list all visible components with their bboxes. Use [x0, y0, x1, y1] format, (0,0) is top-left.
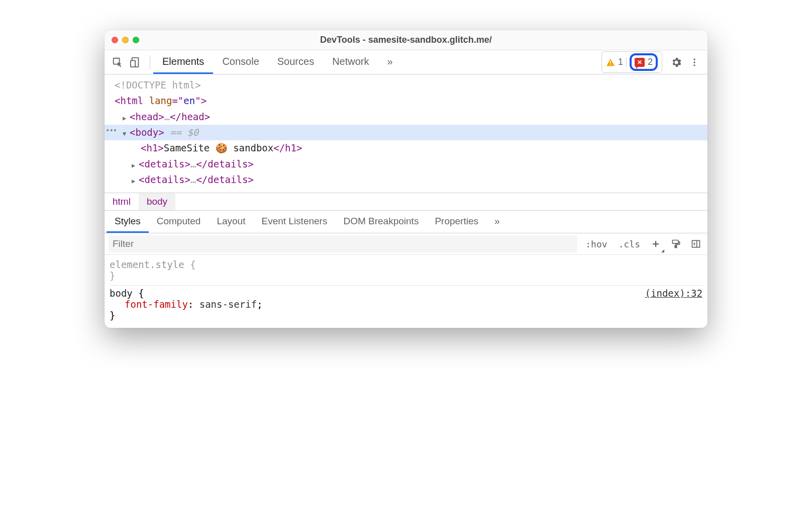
paint-icon[interactable] [668, 236, 683, 251]
tab-sources[interactable]: Sources [268, 50, 323, 74]
settings-icon[interactable] [667, 53, 685, 71]
main-toolbar: Elements Console Sources Network » 1 ✕ 2 [105, 50, 707, 74]
dom-line-details-2[interactable]: ▶<details>…</details> [105, 172, 707, 188]
dom-line-h1[interactable]: <h1>SameSite 🍪 sandbox</h1> [105, 140, 707, 156]
dom-line-html[interactable]: <html lang="en"> [105, 93, 707, 109]
sidetab-styles[interactable]: Styles [107, 211, 149, 233]
device-toolbar-icon[interactable] [127, 53, 145, 71]
sidetab-event-listeners[interactable]: Event Listeners [253, 211, 335, 233]
rule-body[interactable]: body { (index):32 font-family: sans-seri… [110, 285, 702, 323]
svg-point-5 [693, 58, 695, 60]
close-window-button[interactable] [112, 37, 118, 43]
warning-icon [606, 58, 615, 66]
cls-toggle[interactable]: .cls [616, 238, 643, 250]
expand-arrow-icon[interactable]: ▶ [123, 114, 130, 124]
inspect-element-icon[interactable] [109, 53, 127, 71]
dom-tree[interactable]: <!DOCTYPE html> <html lang="en"> ▶<head>… [105, 74, 707, 193]
crumb-body[interactable]: body [139, 193, 175, 210]
dom-line-doctype[interactable]: <!DOCTYPE html> [105, 77, 707, 93]
kebab-menu-icon[interactable] [685, 53, 703, 71]
tabs-overflow[interactable]: » [378, 50, 402, 74]
new-rule-icon[interactable] [648, 236, 663, 251]
styles-filter-row: :hov .cls [105, 233, 707, 255]
sidetab-layout[interactable]: Layout [209, 211, 253, 233]
tab-network[interactable]: Network [323, 50, 378, 74]
maximize-window-button[interactable] [133, 37, 139, 43]
titlebar: DevTools - samesite-sandbox.glitch.me/ [105, 30, 707, 50]
sidetab-computed[interactable]: Computed [149, 211, 209, 233]
tab-console[interactable]: Console [213, 50, 268, 74]
toolbar-divider [150, 55, 150, 69]
issues-count: 2 [648, 57, 653, 67]
issues-icon: ✕ [635, 58, 645, 67]
expand-arrow-icon[interactable]: ▶ [132, 177, 139, 187]
svg-point-7 [693, 64, 695, 66]
styles-pane-tabs: Styles Computed Layout Event Listeners D… [105, 210, 707, 233]
issues-highlight: ✕ 2 [630, 53, 658, 71]
dom-line-details-1[interactable]: ▶<details>…</details> [105, 156, 707, 172]
expand-arrow-icon[interactable]: ▶ [132, 161, 139, 171]
styles-rules: element.style { } body { (index):32 font… [105, 255, 707, 328]
toggle-sidebar-icon[interactable] [688, 236, 703, 251]
dom-breadcrumbs: html body [105, 193, 707, 210]
collapse-arrow-icon[interactable]: ▼ [123, 129, 130, 139]
css-property[interactable]: font-family: sans-serif; [110, 299, 702, 310]
sidetab-properties[interactable]: Properties [427, 211, 486, 233]
warnings-issues-counter[interactable]: 1 ✕ 2 [601, 51, 662, 73]
sidetab-dom-breakpoints[interactable]: DOM Breakpoints [335, 211, 427, 233]
traffic-lights [112, 37, 139, 43]
overflow-dots-icon[interactable]: ••• [106, 125, 117, 136]
svg-rect-8 [672, 240, 678, 244]
counter-divider [626, 57, 627, 67]
svg-rect-4 [610, 64, 611, 64]
svg-point-6 [693, 61, 695, 63]
crumb-html[interactable]: html [105, 193, 139, 210]
svg-rect-3 [610, 61, 611, 63]
hov-toggle[interactable]: :hov [582, 238, 610, 250]
svg-rect-9 [675, 245, 676, 247]
warnings-count: 1 [618, 57, 623, 67]
styles-filter-input[interactable] [109, 235, 577, 252]
sidetabs-overflow[interactable]: » [486, 211, 508, 233]
devtools-window: DevTools - samesite-sandbox.glitch.me/ E… [105, 30, 707, 328]
dom-line-head[interactable]: ▶<head>…</head> [105, 109, 707, 125]
tab-elements[interactable]: Elements [153, 50, 213, 74]
window-title: DevTools - samesite-sandbox.glitch.me/ [105, 35, 707, 45]
svg-rect-2 [131, 60, 135, 67]
minimize-window-button[interactable] [122, 37, 129, 43]
dom-line-body-selected[interactable]: •••▼<body> == $0 [105, 125, 707, 140]
rule-element-style[interactable]: element.style { } [110, 257, 702, 283]
rule-source-link[interactable]: (index):32 [645, 288, 702, 299]
